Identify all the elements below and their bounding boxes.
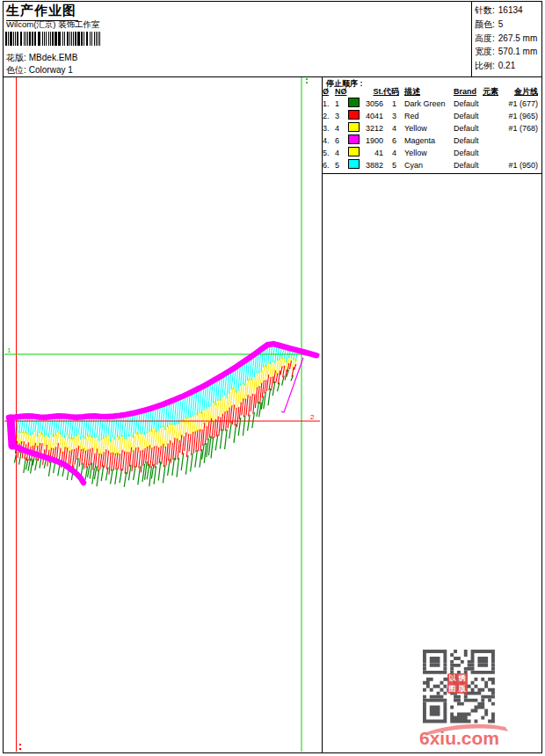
barcode-bar (24, 32, 25, 46)
elem-cell (483, 147, 506, 159)
design-file-label: 花版: (6, 53, 26, 62)
elem-cell (483, 134, 506, 147)
barcode-bar (91, 32, 92, 46)
col-sequin: 金片线 (506, 86, 538, 98)
thread-color-swatch (348, 134, 360, 144)
col-swatch (348, 86, 360, 98)
barcode-bar (8, 32, 9, 46)
col-elem: 元素 (483, 86, 506, 98)
seal-char: 图 (448, 685, 456, 693)
seq-cell: 3. (323, 122, 335, 134)
swatch-cell (348, 110, 360, 122)
sequin-cell: #1 (950) (506, 159, 538, 171)
barcode-bar (84, 32, 84, 46)
elem-cell (483, 110, 506, 122)
watermark-logo: 6xiu.com (418, 721, 514, 751)
barcode-bar (20, 32, 22, 46)
colorway-line: 色位:Colorway 1 (6, 64, 76, 76)
green-colon-marker (306, 78, 308, 80)
code-cell: 5 (383, 159, 398, 171)
main-vertical-divider (322, 77, 323, 752)
green-colon-marker (306, 82, 308, 84)
barcode-bar (99, 32, 100, 46)
desc-cell: Yellow (398, 147, 454, 159)
swatch-cell (348, 122, 360, 134)
st-cell: 3212 (360, 122, 383, 134)
red-colon-marker (19, 744, 21, 745)
barcode-bar (13, 32, 14, 46)
desc-cell: Dark Green (398, 98, 454, 110)
brand-cell: Default (454, 159, 483, 171)
barcode-bar (15, 32, 16, 46)
col-code: 代码 (383, 86, 398, 98)
barcode-bar (64, 32, 65, 46)
st-cell: 41 (360, 147, 383, 159)
needle-cell: 1 (335, 98, 348, 110)
watermark-text: 6xiu.com (419, 728, 499, 748)
barcode-bar (50, 32, 51, 46)
thread-row: 4.619006MagentaDefault (323, 134, 538, 147)
needle-cell: 6 (335, 134, 348, 147)
code-cell: 4 (383, 147, 398, 159)
barcode-bar (98, 32, 98, 46)
barcode-bar (48, 32, 49, 46)
table-header-row: Ø NØ St. 代码 描述 Brand 元素 金片线 (323, 86, 538, 98)
thread-color-swatch (348, 159, 360, 169)
elem-cell (483, 159, 506, 171)
swatch-cell (348, 159, 360, 171)
design-file-line: 花版:MBdek.EMB (6, 52, 80, 64)
barcode-bar (54, 32, 57, 46)
stat-width: 宽度:570.1 mm (475, 45, 537, 59)
start-marker-label: 1 (7, 346, 11, 354)
thread-row: 3.432124YellowDefault#1 (768) (323, 122, 538, 134)
barcode-bar (52, 32, 54, 46)
barcode-bar (27, 32, 28, 46)
desc-cell: Magenta (398, 134, 454, 147)
design-left-cap (11, 418, 12, 446)
barcode-bar (10, 32, 12, 46)
barcode-bar (17, 32, 18, 46)
brand-cell: Default (454, 122, 483, 134)
code-cell: 4 (383, 122, 398, 134)
code-cell: 3 (383, 110, 398, 122)
barcode-bar (34, 32, 36, 46)
seal-char: 绣 (458, 674, 466, 682)
design-stats: 针数:16134 颜色:5 高度:267.5 mm 宽度:570.1 mm 比例… (475, 4, 537, 73)
brand-cell: Default (454, 147, 483, 159)
seal-char: 版 (458, 685, 466, 693)
needle-cell: 5 (335, 159, 348, 171)
barcode-bar (44, 32, 45, 46)
stop-sequence-table: Ø NØ St. 代码 描述 Brand 元素 金片线 1.130561Dark… (323, 86, 538, 171)
stat-height: 高度:267.5 mm (475, 32, 537, 46)
elem-cell (483, 122, 506, 134)
seq-cell: 6. (323, 159, 335, 171)
design-file-value: MBdek.EMB (29, 53, 78, 62)
barcode-bar (94, 32, 95, 46)
swatch-cell (348, 98, 360, 110)
seal-char: 以 (448, 674, 456, 682)
col-brand: Brand (454, 86, 483, 98)
sequin-cell (506, 147, 538, 159)
seq-cell: 2. (323, 110, 335, 122)
st-cell: 3882 (360, 159, 383, 171)
code-cell: 1 (383, 98, 398, 110)
barcode-bar (71, 32, 72, 46)
needle-cell: 4 (335, 147, 348, 159)
thread-color-swatch (348, 110, 360, 120)
barcode-bar (69, 32, 70, 46)
barcode-bar (5, 32, 7, 46)
st-cell: 3056 (360, 98, 383, 110)
red-colon-marker (19, 748, 21, 750)
needle-cell: 3 (335, 110, 348, 122)
studio-name: Wilcom(汇京) 装饰工作室 (6, 19, 100, 31)
page-title: 生产作业图 (6, 3, 78, 21)
stat-colors: 颜色:5 (475, 18, 537, 32)
thread-color-swatch (348, 122, 360, 132)
thread-color-swatch (348, 98, 360, 107)
barcode-bar (96, 32, 97, 46)
seq-cell: 5. (323, 147, 335, 159)
st-cell: 4041 (360, 110, 383, 122)
barcode-bar (67, 32, 69, 46)
sequin-cell: #1 (768) (506, 122, 538, 134)
seq-cell: 1. (323, 98, 335, 110)
